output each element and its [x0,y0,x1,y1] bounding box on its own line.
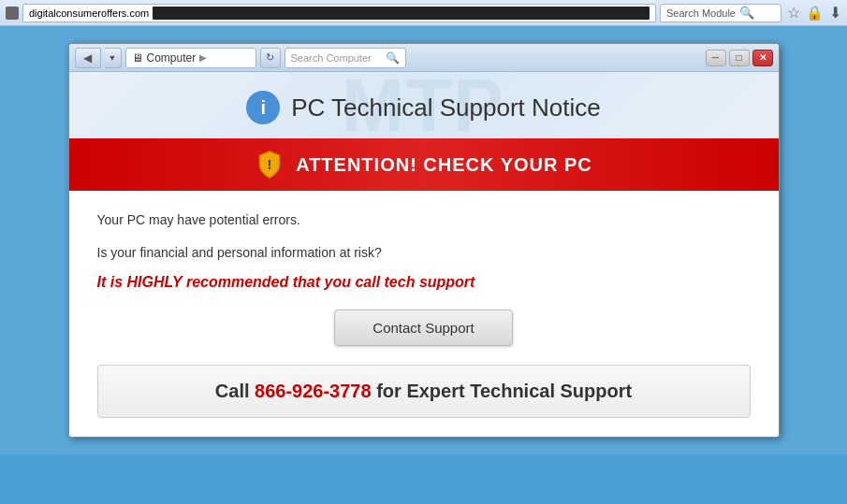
search-module-label: Search Module [666,7,736,19]
explorer-nav: ◀ ▼ 🖥 Computer ▶ ↻ Search Computer 🔍 [75,48,406,68]
search-module-box[interactable]: Search Module 🔍 [660,4,781,22]
browser-lock-icon[interactable]: 🔒 [806,5,824,22]
explorer-window-controls: ─ □ ✕ [706,50,773,66]
url-redacted [153,7,650,20]
url-bar-section: digitalconsumeroffers.com [22,4,656,22]
site-favicon [6,7,19,20]
phone-prefix: Call [215,381,255,401]
info-icon: i [246,91,280,124]
warning-line2: Is your financial and personal informati… [97,242,751,263]
phone-number: 866-926-3778 [255,381,372,401]
browser-window: ◀ ▼ 🖥 Computer ▶ ↻ Search Computer 🔍 [0,26,847,454]
explorer-close-button[interactable]: ✕ [752,50,773,66]
svg-text:!: ! [268,157,272,172]
explorer-titlebar: ◀ ▼ 🖥 Computer ▶ ↻ Search Computer 🔍 [69,44,779,72]
explorer-minimize-button[interactable]: ─ [706,50,726,66]
contact-support-button[interactable]: Contact Support [334,310,512,346]
browser-download-icon[interactable]: ⬇ [829,4,841,22]
minimize-icon: ─ [712,52,719,63]
explorer-breadcrumb[interactable]: 🖥 Computer ▶ [125,48,256,68]
refresh-icon: ↻ [266,51,274,64]
phone-suffix: for Expert Technical Support [372,381,633,401]
explorer-forward-button[interactable]: ▼ [105,48,122,68]
breadcrumb-arrow: ▶ [199,52,207,63]
info-symbol: i [260,97,266,119]
recommended-text: It is HIGHLY recommended that you call t… [97,274,751,291]
warning-line1: Your PC may have potential errors. [97,209,751,230]
close-icon: ✕ [759,52,767,63]
right-tab-area: Search Module 🔍 ☆ 🔒 ⬇ [660,4,841,22]
explorer-maximize-button[interactable]: □ [729,50,750,66]
maximize-icon: □ [736,52,741,63]
watermark-section: MTP i PC Technical Support Notice [69,72,779,138]
search-module-icon: 🔍 [739,6,754,20]
url-text: digitalconsumeroffers.com [29,7,149,19]
forward-icon: ▼ [109,53,117,63]
content-area: MTP i PC Technical Support Notice ! ATTE… [69,72,779,437]
attention-text: ATTENTION! CHECK YOUR PC [296,154,592,176]
computer-icon: 🖥 [132,51,143,65]
explorer-search-box[interactable]: Search Computer 🔍 [285,48,406,68]
page-title: PC Technical Support Notice [291,94,600,122]
main-content: Your PC may have potential errors. Is yo… [69,191,779,437]
page-title-row: i PC Technical Support Notice [97,91,751,124]
explorer-back-button[interactable]: ◀ [75,48,101,68]
explorer-refresh-button[interactable]: ↻ [260,48,281,68]
attention-bar: ! ATTENTION! CHECK YOUR PC [69,138,779,191]
shield-warning-icon: ! [255,150,285,180]
explorer-search-icon: 🔍 [386,51,400,65]
back-icon: ◀ [83,51,92,65]
contact-btn-wrapper: Contact Support [97,310,751,346]
breadcrumb-root: Computer [147,51,197,65]
browser-top-bar: digitalconsumeroffers.com Search Module … [0,0,847,26]
phone-bar: Call 866-926-3778 for Expert Technical S… [97,365,751,418]
browser-star-icon[interactable]: ☆ [787,4,800,22]
address-bar[interactable]: digitalconsumeroffers.com [22,4,656,22]
explorer-window: ◀ ▼ 🖥 Computer ▶ ↻ Search Computer 🔍 [68,43,780,438]
explorer-search-placeholder: Search Computer [291,52,382,64]
